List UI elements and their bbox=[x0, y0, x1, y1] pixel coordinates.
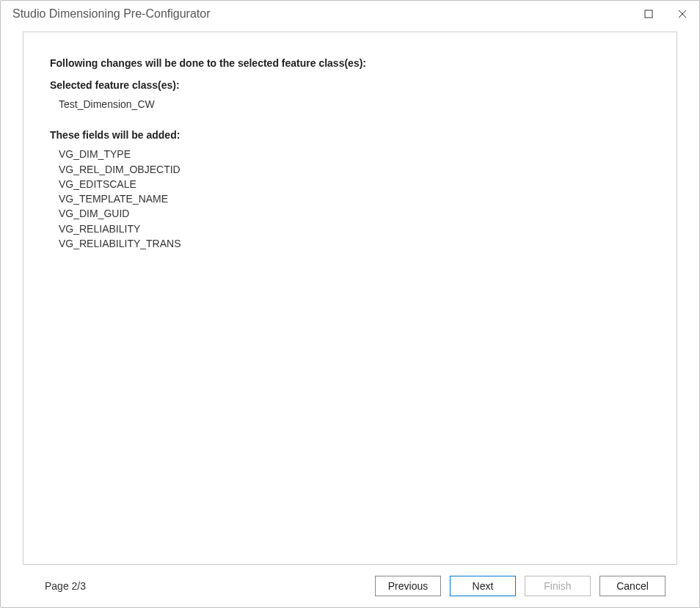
svg-rect-0 bbox=[645, 10, 652, 18]
page-indicator: Page 2/3 bbox=[33, 580, 86, 592]
list-item: VG_DIM_TYPE bbox=[59, 147, 650, 161]
list-item: VG_REL_DIM_OBJECTID bbox=[59, 162, 650, 177]
dialog-window: Studio Dimensioning Pre-Configurator Fol… bbox=[0, 0, 700, 608]
list-item: VG_RELIABILITY bbox=[59, 221, 650, 236]
list-item: VG_DIM_GUID bbox=[59, 206, 650, 221]
selected-feature-classes-list: Test_Dimension_CW bbox=[59, 97, 650, 111]
finish-button: Finish bbox=[525, 576, 591, 596]
content-area: Following changes will be done to the se… bbox=[1, 27, 699, 607]
close-button[interactable] bbox=[666, 1, 699, 27]
intro-heading: Following changes will be done to the se… bbox=[50, 57, 650, 69]
list-item: VG_EDITSCALE bbox=[59, 177, 650, 191]
wizard-footer: Page 2/3 Previous Next Finish Cancel bbox=[23, 565, 677, 607]
fields-added-list: VG_DIM_TYPEVG_REL_DIM_OBJECTIDVG_EDITSCA… bbox=[59, 147, 650, 251]
previous-button[interactable]: Previous bbox=[375, 576, 441, 596]
content-panel: Following changes will be done to the se… bbox=[23, 32, 677, 565]
fields-added-label: These fields will be added: bbox=[50, 129, 650, 141]
maximize-button[interactable] bbox=[632, 1, 666, 27]
maximize-icon bbox=[644, 10, 653, 18]
selected-feature-classes-label: Selected feature class(es): bbox=[50, 79, 650, 91]
close-icon bbox=[678, 10, 687, 18]
list-item: VG_TEMPLATE_NAME bbox=[59, 191, 650, 206]
window-controls bbox=[632, 1, 699, 27]
list-item: VG_RELIABILITY_TRANS bbox=[59, 236, 650, 251]
footer-buttons: Previous Next Finish Cancel bbox=[375, 576, 667, 596]
next-button[interactable]: Next bbox=[450, 576, 516, 596]
window-title: Studio Dimensioning Pre-Configurator bbox=[12, 7, 210, 21]
titlebar: Studio Dimensioning Pre-Configurator bbox=[1, 1, 699, 27]
cancel-button[interactable]: Cancel bbox=[599, 576, 666, 596]
list-item: Test_Dimension_CW bbox=[59, 97, 650, 111]
